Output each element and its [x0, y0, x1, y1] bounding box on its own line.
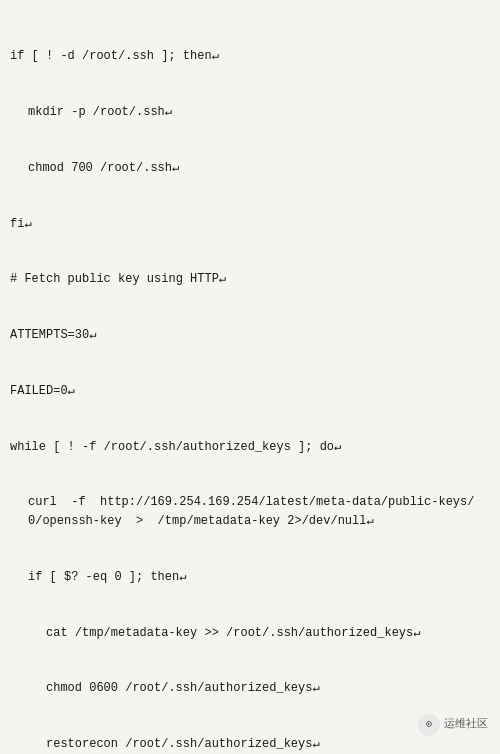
code-line: if [ $? -eq 0 ]; then↵ — [10, 568, 486, 587]
code-line: restorecon /root/.ssh/authorized_keys↵ — [10, 735, 486, 754]
code-line: FAILED=0↵ — [10, 382, 486, 401]
code-line: while [ ! -f /root/.ssh/authorized_keys … — [10, 438, 486, 457]
code-line: chmod 700 /root/.ssh↵ — [10, 159, 486, 178]
code-line: fi↵ — [10, 215, 486, 234]
code-line: mkdir -p /root/.ssh↵ — [10, 103, 486, 122]
code-line: cat /tmp/metadata-key >> /root/.ssh/auth… — [10, 624, 486, 643]
watermark-icon: ⊙ — [418, 714, 440, 736]
watermark: ⊙ 运维社区 — [418, 714, 488, 736]
code-line: if [ ! -d /root/.ssh ]; then↵ — [10, 47, 486, 66]
code-content: if [ ! -d /root/.ssh ]; then↵ mkdir -p /… — [10, 10, 486, 754]
code-line: curl -f http://169.254.169.254/latest/me… — [10, 493, 486, 530]
code-line: chmod 0600 /root/.ssh/authorized_keys↵ — [10, 679, 486, 698]
code-line: # Fetch public key using HTTP↵ — [10, 270, 486, 289]
watermark-text: 运维社区 — [444, 716, 488, 733]
code-line: ATTEMPTS=30↵ — [10, 326, 486, 345]
